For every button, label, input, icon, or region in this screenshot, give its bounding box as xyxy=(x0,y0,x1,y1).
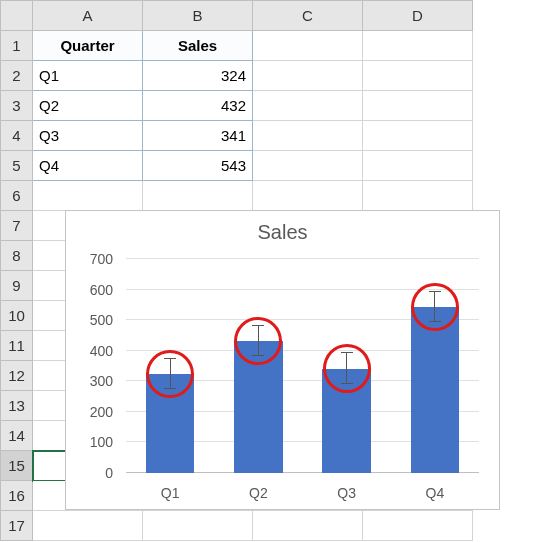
cell-B3[interactable]: 432 xyxy=(143,91,253,121)
row-header-17[interactable]: 17 xyxy=(1,511,33,541)
cell-A6[interactable] xyxy=(33,181,143,211)
y-tick-label: 500 xyxy=(90,312,113,328)
row-header-8[interactable]: 8 xyxy=(1,241,33,271)
cell-D4[interactable] xyxy=(363,121,473,151)
cell-A5[interactable]: Q4 xyxy=(33,151,143,181)
cell-B2[interactable]: 324 xyxy=(143,61,253,91)
x-tick-label: Q1 xyxy=(161,485,180,501)
row-header-2[interactable]: 2 xyxy=(1,61,33,91)
chart-gridline xyxy=(126,289,479,290)
cell-C1[interactable] xyxy=(253,31,363,61)
x-tick-label: Q4 xyxy=(426,485,445,501)
x-tick-label: Q3 xyxy=(337,485,356,501)
cell-B1[interactable]: Sales xyxy=(143,31,253,61)
cell-C3[interactable] xyxy=(253,91,363,121)
cell-C17[interactable] xyxy=(253,511,363,541)
cell-C2[interactable] xyxy=(253,61,363,91)
error-bar[interactable] xyxy=(258,326,259,357)
row-header-7[interactable]: 7 xyxy=(1,211,33,241)
error-bar[interactable] xyxy=(346,353,347,384)
row-header-10[interactable]: 10 xyxy=(1,301,33,331)
error-bar-cap xyxy=(429,321,441,322)
row-header-12[interactable]: 12 xyxy=(1,361,33,391)
row-header-4[interactable]: 4 xyxy=(1,121,33,151)
cell-D2[interactable] xyxy=(363,61,473,91)
cell-A4[interactable]: Q3 xyxy=(33,121,143,151)
select-all-corner[interactable] xyxy=(1,1,33,31)
row-header-3[interactable]: 3 xyxy=(1,91,33,121)
row-header-14[interactable]: 14 xyxy=(1,421,33,451)
col-header-D[interactable]: D xyxy=(363,1,473,31)
y-tick-label: 700 xyxy=(90,251,113,267)
cell-C5[interactable] xyxy=(253,151,363,181)
cell-B5[interactable]: 543 xyxy=(143,151,253,181)
cell-C6[interactable] xyxy=(253,181,363,211)
cell-A1[interactable]: Quarter xyxy=(33,31,143,61)
chart-gridline xyxy=(126,258,479,259)
cell-D3[interactable] xyxy=(363,91,473,121)
row-header-13[interactable]: 13 xyxy=(1,391,33,421)
y-tick-label: 200 xyxy=(90,404,113,420)
cell-A3[interactable]: Q2 xyxy=(33,91,143,121)
cell-A2[interactable]: Q1 xyxy=(33,61,143,91)
chart-bar[interactable] xyxy=(322,369,371,473)
chart-bar[interactable] xyxy=(411,307,460,473)
chart-x-axis[interactable]: Q1Q2Q3Q4 xyxy=(126,477,479,509)
row-header-11[interactable]: 11 xyxy=(1,331,33,361)
chart-plot-area[interactable] xyxy=(126,259,479,473)
error-bar-cap xyxy=(341,352,353,353)
cell-B17[interactable] xyxy=(143,511,253,541)
embedded-chart[interactable]: Sales 0100200300400500600700 Q1Q2Q3Q4 xyxy=(65,210,500,510)
cell-D17[interactable] xyxy=(363,511,473,541)
error-bar[interactable] xyxy=(434,292,435,323)
row-header-1[interactable]: 1 xyxy=(1,31,33,61)
y-tick-label: 600 xyxy=(90,282,113,298)
chart-bar[interactable] xyxy=(234,341,283,473)
chart-y-axis[interactable]: 0100200300400500600700 xyxy=(66,259,121,473)
error-bar-cap xyxy=(164,358,176,359)
row-header-15[interactable]: 15 xyxy=(1,451,33,481)
cell-D6[interactable] xyxy=(363,181,473,211)
error-bar-cap xyxy=(252,355,264,356)
col-header-C[interactable]: C xyxy=(253,1,363,31)
error-bar[interactable] xyxy=(170,359,171,390)
x-tick-label: Q2 xyxy=(249,485,268,501)
col-header-A[interactable]: A xyxy=(33,1,143,31)
cell-B4[interactable]: 341 xyxy=(143,121,253,151)
cell-C4[interactable] xyxy=(253,121,363,151)
error-bar-cap xyxy=(341,383,353,384)
cell-D1[interactable] xyxy=(363,31,473,61)
row-header-5[interactable]: 5 xyxy=(1,151,33,181)
row-header-16[interactable]: 16 xyxy=(1,481,33,511)
error-bar-cap xyxy=(429,291,441,292)
cell-D5[interactable] xyxy=(363,151,473,181)
row-header-9[interactable]: 9 xyxy=(1,271,33,301)
error-bar-cap xyxy=(164,388,176,389)
error-bar-cap xyxy=(252,325,264,326)
y-tick-label: 300 xyxy=(90,373,113,389)
y-tick-label: 400 xyxy=(90,343,113,359)
col-header-B[interactable]: B xyxy=(143,1,253,31)
y-tick-label: 0 xyxy=(105,465,113,481)
cell-B6[interactable] xyxy=(143,181,253,211)
cell-A17[interactable] xyxy=(33,511,143,541)
y-tick-label: 100 xyxy=(90,434,113,450)
row-header-6[interactable]: 6 xyxy=(1,181,33,211)
chart-title[interactable]: Sales xyxy=(66,221,499,244)
